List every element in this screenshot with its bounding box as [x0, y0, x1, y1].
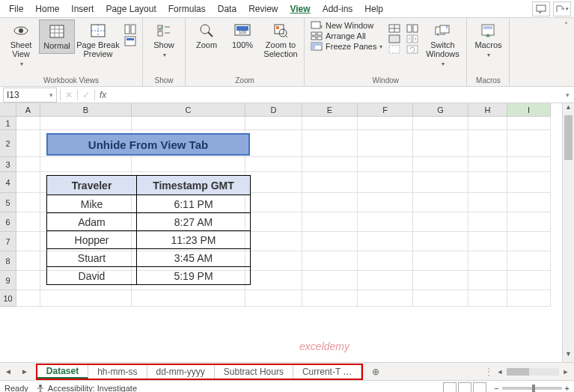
zoom-button[interactable]: Zoom	[189, 19, 225, 52]
table-cell[interactable]: Adam	[47, 213, 137, 231]
formula-input[interactable]	[111, 88, 561, 102]
zoom-label: Zoom	[196, 40, 217, 49]
reset-window-button[interactable]	[406, 45, 418, 54]
menu-insert[interactable]: Insert	[65, 1, 100, 16]
column-header-A[interactable]: A	[16, 103, 40, 117]
enter-formula-icon[interactable]: ✓	[77, 90, 94, 100]
row-header-2[interactable]: 2	[0, 130, 16, 157]
comments-button[interactable]	[532, 1, 550, 16]
column-header-B[interactable]: B	[40, 103, 132, 117]
sheet-tab-dataset[interactable]: Dataset	[37, 365, 88, 379]
view-side-by-side-button[interactable]	[406, 24, 418, 33]
page-break-preview-button[interactable]: Page Break Preview	[75, 19, 121, 61]
table-cell[interactable]: 5:19 PM	[137, 267, 251, 285]
formula-expand-button[interactable]: ▾	[561, 91, 574, 99]
column-header-E[interactable]: E	[302, 103, 358, 117]
row-header-10[interactable]: 10	[0, 290, 16, 307]
svg-line-27	[285, 35, 287, 37]
hscroll-grip[interactable]: ⋮	[484, 367, 493, 377]
column-header-F[interactable]: F	[358, 103, 413, 117]
sheet-tab-ddmmyyyy[interactable]: dd-mm-yyyy	[147, 365, 215, 379]
zoom-100-button[interactable]: 100 100%	[225, 19, 260, 52]
table-cell[interactable]: 3:45 AM	[137, 249, 251, 267]
sheet-nav-prev[interactable]: ◄	[0, 367, 16, 376]
table-cell[interactable]: Mike	[47, 195, 137, 213]
menu-home[interactable]: Home	[29, 1, 65, 16]
arrange-all-button[interactable]: Arrange All	[311, 31, 382, 40]
column-header-D[interactable]: D	[245, 103, 302, 117]
row-header-6[interactable]: 6	[0, 212, 16, 232]
accessibility-status[interactable]: Accessibility: Investigate	[36, 384, 137, 393]
sheet-tab-hhmmss[interactable]: hh-mm-ss	[88, 365, 147, 379]
sheet-nav-next[interactable]: ►	[16, 367, 33, 376]
sheet-tab-subtract-hours[interactable]: Subtract Hours	[215, 365, 293, 379]
sheet-tab-current-t[interactable]: Current-T …	[293, 365, 361, 379]
menu-data[interactable]: Data	[212, 1, 242, 16]
table-cell[interactable]: 8:27 AM	[137, 213, 251, 231]
show-button[interactable]: Show	[146, 19, 182, 62]
view-shortcuts[interactable]	[442, 382, 486, 393]
share-button[interactable]: ▾	[553, 1, 571, 16]
split-button[interactable]	[388, 24, 400, 33]
select-all-corner[interactable]	[0, 103, 16, 117]
hscroll-right[interactable]: ►	[561, 368, 571, 376]
table-cell[interactable]: 6:11 PM	[137, 195, 251, 213]
row-header-5[interactable]: 5	[0, 193, 16, 212]
switch-windows-label: Switch Windows	[423, 40, 462, 58]
row-header-3[interactable]: 3	[0, 157, 16, 172]
hscroll-left[interactable]: ◄	[495, 368, 505, 376]
row-header-1[interactable]: 1	[0, 117, 16, 130]
scroll-thumb[interactable]	[564, 115, 573, 160]
row-header-7[interactable]: 7	[0, 232, 16, 251]
table-cell[interactable]: 11:23 PM	[137, 231, 251, 249]
zoom-slider[interactable]	[502, 387, 562, 390]
column-header-I[interactable]: I	[507, 103, 551, 117]
zoom-in-button[interactable]: +	[565, 384, 570, 393]
hide-button[interactable]	[388, 34, 400, 43]
sheet-view-button[interactable]: Sheet View	[3, 19, 39, 71]
new-sheet-button[interactable]: ⊕	[366, 367, 385, 377]
name-box[interactable]: I13	[3, 88, 57, 102]
status-bar: Ready Accessibility: Investigate − +	[0, 380, 574, 392]
new-window-label: New Window	[326, 21, 373, 30]
zoom-out-button[interactable]: −	[494, 384, 498, 393]
scroll-down-arrow[interactable]: ▼	[563, 350, 574, 362]
new-window-button[interactable]: +New Window	[311, 21, 382, 30]
zoom-control[interactable]: − +	[494, 384, 570, 393]
menu-help[interactable]: Help	[358, 1, 389, 16]
custom-views-icon	[124, 36, 136, 46]
menu-file[interactable]: File	[3, 1, 29, 16]
cancel-formula-icon[interactable]: ✕	[60, 90, 77, 100]
fx-icon[interactable]: fx	[94, 90, 111, 100]
cells-area[interactable]: Unhide From View Tab Traveler Timestamp …	[16, 117, 562, 307]
menu-addins[interactable]: Add-ins	[317, 1, 359, 16]
table-cell[interactable]: Hopper	[47, 231, 137, 249]
menu-page-layout[interactable]: Page Layout	[100, 1, 162, 16]
custom-views-button[interactable]	[124, 36, 136, 46]
scroll-up-arrow[interactable]: ▲	[563, 103, 574, 115]
freeze-panes-button[interactable]: Freeze Panes ▾	[311, 42, 382, 51]
zoom-to-selection-button[interactable]: Zoom to Selection	[260, 19, 301, 61]
menu-formulas[interactable]: Formulas	[162, 1, 212, 16]
svg-rect-12	[131, 25, 135, 34]
row-header-4[interactable]: 4	[0, 172, 16, 193]
table-cell[interactable]: David	[47, 267, 137, 285]
row-header-8[interactable]: 8	[0, 251, 16, 271]
menu-view[interactable]: View	[284, 1, 317, 16]
hscroll-thumb[interactable]	[507, 368, 529, 376]
column-header-C[interactable]: C	[132, 103, 245, 117]
row-header-9[interactable]: 9	[0, 271, 16, 290]
column-header-G[interactable]: G	[413, 103, 468, 117]
menu-review[interactable]: Review	[242, 1, 284, 16]
macros-button[interactable]: Macros	[470, 19, 506, 62]
ribbon-collapse-button[interactable]: ˄	[560, 19, 573, 31]
unhide-button[interactable]	[388, 45, 400, 54]
switch-windows-button[interactable]: Switch Windows	[421, 19, 463, 71]
normal-view-button[interactable]: Normal	[39, 19, 75, 54]
sync-scrolling-button[interactable]	[406, 34, 418, 43]
horizontal-scrollbar[interactable]: ⋮ ◄ ►	[385, 367, 574, 377]
page-layout-button[interactable]	[124, 24, 136, 34]
column-header-H[interactable]: H	[468, 103, 507, 117]
table-cell[interactable]: Stuart	[47, 249, 137, 267]
vertical-scrollbar[interactable]: ▲ ▼	[562, 103, 574, 362]
